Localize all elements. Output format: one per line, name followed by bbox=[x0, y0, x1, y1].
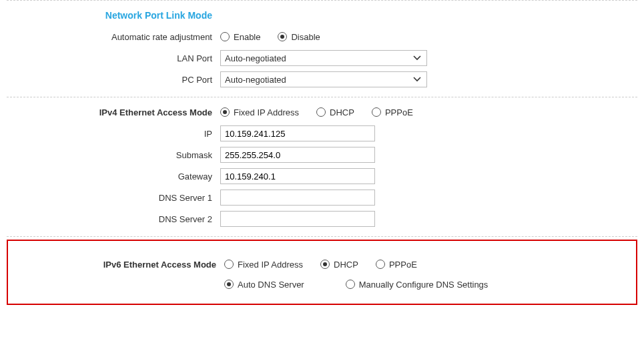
label-dns1: DNS Server 1 bbox=[7, 193, 220, 203]
radio-label: Fixed IP Address bbox=[234, 107, 299, 117]
radio-ipv6-dns-manual[interactable]: Manually Configure DNS Settings bbox=[346, 280, 489, 290]
label-ipv6-mode: IPv6 Ethernet Access Mode bbox=[11, 260, 224, 270]
input-dns1[interactable] bbox=[220, 190, 375, 206]
chevron-down-icon bbox=[413, 54, 421, 64]
section-ipv4: IPv4 Ethernet Access Mode Fixed IP Addre… bbox=[7, 97, 637, 236]
select-value: Auto-negotiated bbox=[225, 75, 286, 85]
radio-label: Manually Configure DNS Settings bbox=[359, 280, 489, 290]
label-auto-rate: Automatic rate adjustment bbox=[7, 32, 220, 42]
radio-ipv6-pppoe[interactable]: PPPoE bbox=[376, 260, 417, 270]
label-dns2: DNS Server 2 bbox=[7, 214, 220, 224]
radio-ipv6-fixed[interactable]: Fixed IP Address bbox=[224, 260, 303, 270]
radio-icon bbox=[372, 107, 381, 117]
radio-label: DHCP bbox=[330, 107, 354, 117]
label-lan-port: LAN Port bbox=[7, 53, 220, 63]
input-submask[interactable] bbox=[220, 147, 375, 163]
radio-icon bbox=[376, 260, 385, 269]
radio-icon bbox=[220, 32, 230, 41]
select-pc-port[interactable]: Auto-negotiated bbox=[220, 71, 427, 87]
radio-label: PPPoE bbox=[385, 107, 413, 117]
section-ipv6: IPv6 Ethernet Access Mode Fixed IP Addre… bbox=[7, 236, 637, 312]
chevron-down-icon bbox=[413, 75, 421, 85]
label-ip: IP bbox=[7, 129, 220, 139]
radio-icon bbox=[224, 260, 234, 269]
section-link-mode: Network Port Link Mode Automatic rate ad… bbox=[7, 0, 637, 97]
label-gateway: Gateway bbox=[7, 171, 220, 182]
select-lan-port[interactable]: Auto-negotiated bbox=[220, 50, 427, 66]
input-ip[interactable] bbox=[220, 125, 375, 141]
label-ipv4-mode: IPv4 Ethernet Access Mode bbox=[7, 107, 220, 117]
radio-icon bbox=[316, 107, 326, 117]
radio-ipv6-dhcp[interactable]: DHCP bbox=[320, 260, 358, 270]
section-title-link-mode: Network Port Link Mode bbox=[7, 10, 220, 21]
radio-ipv6-dns-auto[interactable]: Auto DNS Server bbox=[224, 280, 304, 290]
radio-label: Fixed IP Address bbox=[238, 260, 303, 270]
input-gateway[interactable] bbox=[220, 168, 375, 184]
radio-auto-rate-enable[interactable]: Enable bbox=[220, 32, 260, 42]
radio-label: DHCP bbox=[334, 260, 358, 270]
radio-icon bbox=[220, 107, 230, 117]
radio-icon bbox=[320, 260, 330, 269]
ipv6-highlight-box: IPv6 Ethernet Access Mode Fixed IP Addre… bbox=[7, 240, 637, 305]
label-pc-port: PC Port bbox=[7, 75, 220, 85]
radio-auto-rate-disable[interactable]: Disable bbox=[278, 32, 320, 42]
label-submask: Submask bbox=[7, 150, 220, 160]
select-value: Auto-negotiated bbox=[225, 53, 286, 63]
radio-icon bbox=[224, 280, 234, 289]
radio-label: Enable bbox=[234, 32, 260, 42]
radio-icon bbox=[278, 32, 287, 41]
radio-label: Disable bbox=[291, 32, 320, 42]
input-dns2[interactable] bbox=[220, 211, 375, 227]
radio-label: Auto DNS Server bbox=[238, 280, 304, 290]
radio-ipv4-pppoe[interactable]: PPPoE bbox=[372, 107, 413, 117]
radio-icon bbox=[346, 280, 355, 289]
radio-ipv4-fixed[interactable]: Fixed IP Address bbox=[220, 107, 299, 117]
radio-ipv4-dhcp[interactable]: DHCP bbox=[316, 107, 354, 117]
radio-label: PPPoE bbox=[389, 260, 417, 270]
